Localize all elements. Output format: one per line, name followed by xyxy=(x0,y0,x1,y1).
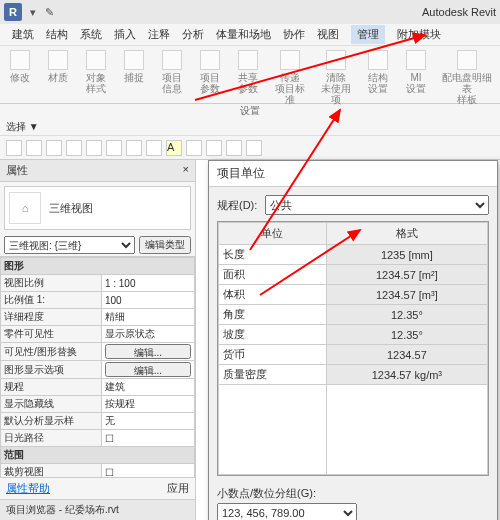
ribbon-项目[interactable]: 项目信息 xyxy=(158,50,186,94)
ribbon: 修改材质对象样式捕捉项目信息项目参数共享参数传递项目标准清除未使用项结构设置MI… xyxy=(0,46,500,104)
menu-分析[interactable]: 分析 xyxy=(182,27,204,42)
menu-注释[interactable]: 注释 xyxy=(148,27,170,42)
project-browser-title: 项目浏览器 - 纪委场布.rvt xyxy=(0,499,195,520)
menu-插入[interactable]: 插入 xyxy=(114,27,136,42)
tool-icon[interactable]: A xyxy=(166,140,182,156)
project-units-dialog: 项目单位 规程(D): 公共 单位格式 长度1235 [mm]面积1234.57… xyxy=(208,160,498,520)
select-bar[interactable]: 选择 ▼ xyxy=(0,118,500,136)
tool-icon[interactable] xyxy=(106,140,122,156)
menubar: 建筑结构系统插入注释分析体量和场地协作视图管理附加模块 xyxy=(0,24,500,46)
menu-建筑[interactable]: 建筑 xyxy=(12,27,34,42)
properties-grid: 图形视图比例1 : 100比例值 1:100详细程度精细零件可见性显示原状态可见… xyxy=(0,256,195,477)
menu-结构[interactable]: 结构 xyxy=(46,27,68,42)
dialog-title: 项目单位 xyxy=(209,161,497,187)
tool-icon[interactable] xyxy=(6,140,22,156)
quick-access-toolbar: ▾ ✎ xyxy=(26,5,56,19)
tool-icon[interactable] xyxy=(226,140,242,156)
menu-体量和场地[interactable]: 体量和场地 xyxy=(216,27,271,42)
tool-icon[interactable] xyxy=(86,140,102,156)
ribbon-配电盘明细表[interactable]: 配电盘明细表样板 xyxy=(440,50,494,105)
menu-视图[interactable]: 视图 xyxy=(317,27,339,42)
apply-button[interactable]: 应用 xyxy=(167,481,189,496)
app-icon: R xyxy=(4,3,22,21)
properties-panel: 属性× ⌂ 三维视图 三维视图: {三维} 编辑类型 图形视图比例1 : 100… xyxy=(0,160,196,520)
tool-icon[interactable] xyxy=(206,140,222,156)
units-table: 单位格式 长度1235 [mm]面积1234.57 [m²]体积1234.57 … xyxy=(217,221,489,476)
view-dropdown[interactable]: 三维视图: {三维} xyxy=(4,236,135,254)
edit-type-button[interactable]: 编辑类型 xyxy=(139,236,191,254)
grouping-select[interactable]: 123, 456, 789.00 xyxy=(217,503,357,520)
ribbon-共享[interactable]: 共享参数 xyxy=(234,50,262,94)
properties-help-link[interactable]: 属性帮助 xyxy=(6,481,50,496)
menu-协作[interactable]: 协作 xyxy=(283,27,305,42)
col-format: 格式 xyxy=(326,223,487,245)
ribbon-传递[interactable]: 传递项目标准 xyxy=(272,50,308,105)
tool-icon[interactable] xyxy=(66,140,82,156)
col-unit: 单位 xyxy=(219,223,327,245)
tool-icon[interactable] xyxy=(186,140,202,156)
ribbon-捕捉[interactable]: 捕捉 xyxy=(120,50,148,83)
type-name: 三维视图 xyxy=(49,201,93,216)
tool-icon[interactable] xyxy=(46,140,62,156)
tool-icon[interactable] xyxy=(246,140,262,156)
tool-icon[interactable] xyxy=(26,140,42,156)
grouping-label: 小数点/数位分组(G): xyxy=(217,486,489,501)
ribbon-group-label: 设置 xyxy=(0,104,500,118)
ribbon-对象[interactable]: 对象样式 xyxy=(82,50,110,94)
discipline-label: 规程(D): xyxy=(217,198,257,213)
view-toolbar: A xyxy=(0,136,500,160)
app-title: Autodesk Revit xyxy=(422,6,496,18)
ribbon-清除[interactable]: 清除未使用项 xyxy=(318,50,354,105)
ribbon-MI[interactable]: MI设置 xyxy=(402,50,430,94)
ribbon-材质[interactable]: 材质 xyxy=(44,50,72,83)
menu-管理[interactable]: 管理 xyxy=(351,25,385,44)
menu-系统[interactable]: 系统 xyxy=(80,27,102,42)
properties-title: 属性 xyxy=(6,163,28,178)
discipline-select[interactable]: 公共 xyxy=(265,195,489,215)
type-selector[interactable]: ⌂ 三维视图 xyxy=(4,186,191,230)
close-icon[interactable]: × xyxy=(183,163,189,178)
tool-icon[interactable] xyxy=(126,140,142,156)
ribbon-结构[interactable]: 结构设置 xyxy=(364,50,392,94)
ribbon-项目[interactable]: 项目参数 xyxy=(196,50,224,94)
ribbon-修改[interactable]: 修改 xyxy=(6,50,34,83)
tool-icon[interactable] xyxy=(146,140,162,156)
menu-附加模块[interactable]: 附加模块 xyxy=(397,27,441,42)
home-icon: ⌂ xyxy=(9,192,41,224)
qat-open-icon[interactable]: ▾ xyxy=(26,5,40,19)
qat-save-icon[interactable]: ✎ xyxy=(42,5,56,19)
